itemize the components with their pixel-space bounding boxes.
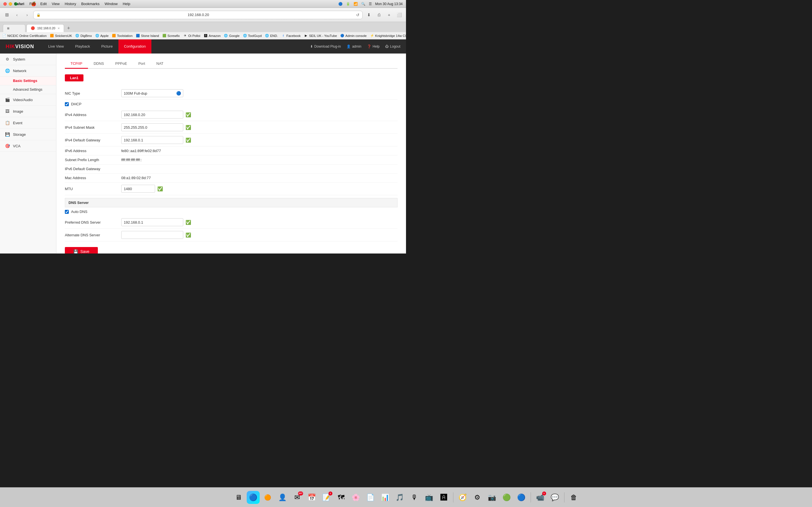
nav-live-view[interactable]: Live View xyxy=(43,40,69,54)
network-icon: 🌐 xyxy=(4,68,10,73)
sidebar-advanced-settings[interactable]: Advanced Settings xyxy=(0,86,56,94)
menu-edit[interactable]: Edit xyxy=(40,2,47,6)
sidebar-image[interactable]: 🖼 Image xyxy=(0,106,56,117)
menu-bookmarks[interactable]: Bookmarks xyxy=(81,2,100,6)
sidebar-vca[interactable]: 🎯 VCA xyxy=(0,140,56,152)
save-button[interactable]: 💾 Save xyxy=(65,247,98,253)
preferred-dns-value: ✅ xyxy=(121,218,398,226)
ipv4-subnet-label: IPv4 Subnet Mask xyxy=(65,125,121,129)
help-button[interactable]: ❓ Help xyxy=(367,45,380,48)
fav-digbmx-icon: 🌐 xyxy=(75,34,79,38)
menu-history[interactable]: History xyxy=(64,2,76,6)
preferred-dns-input[interactable] xyxy=(121,218,183,226)
fav-apple[interactable]: 🌐 Apple xyxy=(95,34,109,38)
fav-admin[interactable]: 🔵 Admin console xyxy=(340,34,366,38)
fav-screwfix[interactable]: 🟩 Screwfix xyxy=(162,34,180,38)
download-button[interactable]: ⬇ xyxy=(365,11,373,19)
menu-file[interactable]: File xyxy=(29,2,35,6)
tab-port[interactable]: Port xyxy=(133,59,151,69)
battery-icon: 🔋 xyxy=(346,2,350,6)
search-icon[interactable]: 🔍 xyxy=(361,2,365,6)
reload-button[interactable]: ↺ xyxy=(356,13,359,17)
ipv4-address-label: IPv4 Address xyxy=(65,113,121,117)
ipv4-gateway-input[interactable] xyxy=(121,136,183,144)
subnet-prefix-label: Subnet Prefix Length xyxy=(65,158,121,162)
dhcp-checkbox[interactable] xyxy=(65,102,69,106)
tab-overview-button[interactable]: ⬜ xyxy=(395,11,403,19)
nic-type-select[interactable]: 100M Full-dup xyxy=(121,89,183,97)
fav-snickers[interactable]: 🟧 SnickersUK xyxy=(50,34,72,38)
menu-view[interactable]: View xyxy=(52,2,60,6)
fav-amazon[interactable]: 🅰 Amazon xyxy=(204,34,220,38)
tab-tcp-ip[interactable]: TCP/IP xyxy=(65,59,88,69)
sidebar-network[interactable]: 🌐 Network xyxy=(0,65,56,76)
fav-knights-icon: ⚡ xyxy=(370,34,374,38)
menu-help[interactable]: Help xyxy=(123,2,130,6)
fav-stone-island[interactable]: 🟦 Stone Island xyxy=(136,34,159,38)
admin-button[interactable]: 👤 admin xyxy=(347,45,361,48)
mtu-input[interactable] xyxy=(121,185,155,193)
forward-button[interactable]: › xyxy=(23,11,31,19)
download-plugin-button[interactable]: ⬇ Download Plug-in xyxy=(310,45,341,48)
nav-configuration[interactable]: Configuration xyxy=(118,40,151,54)
tab-pppoe[interactable]: PPPoE xyxy=(110,59,133,69)
fav-toolstation[interactable]: 🟧 Toolstation xyxy=(112,34,133,38)
preferred-dns-row: Preferred DNS Server ✅ xyxy=(65,216,398,229)
add-bookmark-button[interactable]: + xyxy=(385,11,393,19)
alternate-dns-label: Alternate DNS Server xyxy=(65,233,121,237)
fav-seil[interactable]: ▶ SEIL UK - YouTube xyxy=(304,34,337,38)
tab-ddns[interactable]: DDNS xyxy=(88,59,110,69)
tab-close-icon[interactable]: ✕ xyxy=(57,27,60,30)
ipv4-gateway-status: ✅ xyxy=(186,137,191,143)
auto-dns-label: Auto DNS xyxy=(71,210,87,214)
sidebar-basic-settings[interactable]: Basic Settings xyxy=(0,76,56,86)
alternate-dns-value: ✅ xyxy=(121,231,398,239)
close-button[interactable] xyxy=(3,2,7,6)
ipv6-address-text: fe80::aa1:89ff:fe02:8d77 xyxy=(121,149,177,153)
nic-type-row: NIC Type 100M Full-dup 🔵 xyxy=(65,87,398,100)
control-center-icon[interactable]: ☰ xyxy=(369,2,372,6)
vca-icon: 🎯 xyxy=(4,143,10,149)
sidebar-event[interactable]: 📋 Event xyxy=(0,117,56,129)
tab-start-icon: ⊞ xyxy=(7,27,9,30)
main-layout: HIKVISION Live View Playback Picture Con… xyxy=(0,40,406,253)
address-input[interactable] xyxy=(43,13,354,17)
ipv4-subnet-input[interactable] xyxy=(121,123,183,131)
fav-digbmx[interactable]: 🌐 DigBmx xyxy=(75,34,92,38)
fav-niceic[interactable]: 📄 NICEIC Online Certification xyxy=(2,34,47,38)
fav-facebook[interactable]: f Facebook xyxy=(282,34,301,38)
sidebar-storage[interactable]: 💾 Storage xyxy=(0,129,56,140)
fav-apple-icon: 🌐 xyxy=(95,34,99,38)
ipv6-gateway-label: IPv6 Default Gateway xyxy=(65,167,121,171)
fav-facebook-icon: f xyxy=(282,34,285,38)
tab-hikvision[interactable]: 🔴 192.168.0.20 ✕ xyxy=(27,24,64,32)
lan-tab[interactable]: Lan1 xyxy=(65,74,84,81)
auto-dns-checkbox[interactable] xyxy=(65,210,69,214)
fav-end[interactable]: 🌐 END. xyxy=(265,34,278,38)
fav-google[interactable]: 🌐 Google xyxy=(224,34,239,38)
menu-safari[interactable]: Safari xyxy=(14,2,24,6)
nav-picture[interactable]: Picture xyxy=(96,40,118,54)
sidebar-toggle-button[interactable]: ⊞ xyxy=(3,12,11,18)
tab-start[interactable]: ⊞ xyxy=(3,24,26,32)
sidebar-system[interactable]: ⚙ System xyxy=(0,54,56,65)
fav-stone-island-icon: 🟦 xyxy=(136,34,140,38)
sidebar-video-audio[interactable]: 🎬 Video/Audio xyxy=(0,94,56,106)
fav-toolguyd[interactable]: 🌐 ToolGuyd xyxy=(243,34,262,38)
minimize-button[interactable] xyxy=(9,2,12,6)
ipv4-address-status: ✅ xyxy=(186,112,191,117)
nav-playback[interactable]: Playback xyxy=(69,40,96,54)
menu-window[interactable]: Window xyxy=(105,2,117,6)
tab-nat[interactable]: NAT xyxy=(151,59,169,69)
fav-oi-polloi[interactable]: ✈ Oi Polloi xyxy=(183,34,200,38)
logout-icon: ⏻ xyxy=(385,45,389,48)
share-button[interactable]: ⎙ xyxy=(375,11,383,19)
ipv4-address-input[interactable] xyxy=(121,111,183,119)
fav-stone-island-label: Stone Island xyxy=(141,34,159,38)
fav-knights[interactable]: ⚡ Knightsbridge 14w CCT A... xyxy=(370,34,406,38)
alternate-dns-input[interactable] xyxy=(121,231,183,239)
back-button[interactable]: ‹ xyxy=(13,11,21,19)
help-icon: ❓ xyxy=(367,45,371,48)
logout-button[interactable]: ⏻ Logout xyxy=(385,45,400,48)
new-tab-button[interactable]: + xyxy=(65,25,72,32)
